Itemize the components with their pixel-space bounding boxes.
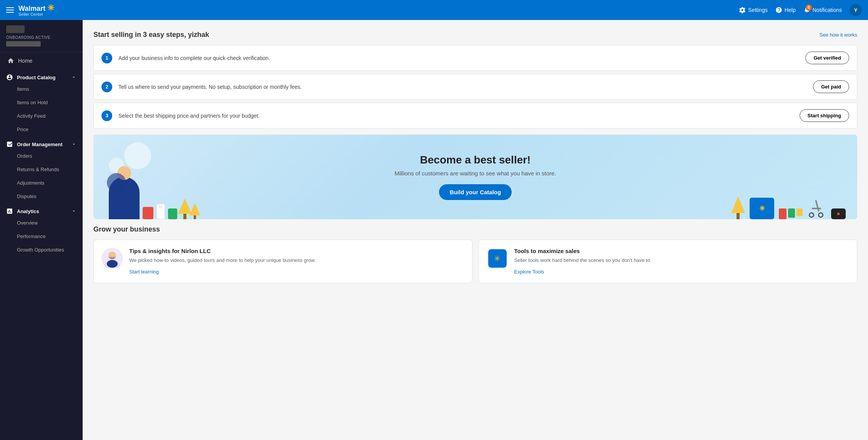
- sidebar-item-order-management[interactable]: Order Management: [0, 136, 83, 149]
- catalog-icon: [6, 74, 13, 81]
- sidebar-item-adjustments[interactable]: Adjustments: [0, 176, 83, 190]
- notifications-button[interactable]: 0 Notifications: [803, 6, 842, 14]
- logo-name: Walmart ✳: [18, 4, 54, 12]
- logo-subtitle: Seller Center: [18, 12, 54, 17]
- chevron-down-icon-orders: [71, 142, 76, 147]
- banner-left-illustration: [109, 177, 177, 219]
- help-button[interactable]: Help: [775, 7, 796, 13]
- user-section: ONBOARDING ACTIVE: [0, 20, 83, 52]
- banner-circle-1: [124, 142, 151, 169]
- logo-area: Walmart ✳ Seller Center: [18, 4, 54, 17]
- tools-card-icon: ✳: [487, 248, 508, 269]
- sidebar-item-price[interactable]: Price: [0, 123, 83, 136]
- sidebar-item-product-catalog[interactable]: Product Catalog: [0, 69, 83, 82]
- settings-label: Settings: [748, 7, 768, 13]
- tips-card-desc: We picked how-to videos, guided tours an…: [129, 257, 464, 264]
- scooter-wheel-front: [809, 212, 814, 218]
- grow-title: Grow your business: [93, 225, 857, 233]
- banner-title: Become a best seller!: [420, 154, 531, 166]
- start-learning-link[interactable]: Start learning: [129, 269, 159, 275]
- settings-button[interactable]: Settings: [739, 7, 768, 13]
- notification-count: 0: [806, 5, 812, 11]
- tips-card-content: Tips & insights for Nirlon LLC We picked…: [129, 248, 464, 275]
- sidebar-item-overview[interactable]: Overview: [0, 216, 83, 230]
- chevron-down-icon: [71, 75, 76, 80]
- product-box-1: [143, 207, 153, 219]
- gear-icon: [739, 7, 746, 13]
- product-bottle: [156, 204, 165, 219]
- step-3-card: 3 Select the best shipping price and par…: [93, 103, 857, 128]
- logo-walmart: Walmart: [18, 5, 45, 12]
- sidebar-item-performance[interactable]: Performance: [0, 230, 83, 243]
- tips-card-title: Tips & insights for Nirlon LLC: [129, 248, 464, 254]
- steps-title: Start selling in 3 easy steps, yizhak: [93, 31, 209, 39]
- spark-icon: ✳: [47, 3, 54, 13]
- step-3-number: 3: [101, 110, 112, 121]
- sidebar-item-orders[interactable]: Orders: [0, 149, 83, 163]
- tools-card-desc: Seller tools work hard behind the scenes…: [514, 257, 850, 264]
- orders-icon: [6, 141, 13, 148]
- sidebar-label-growth-opportunities: Growth Opportunities: [17, 247, 64, 253]
- sidebar-item-disputes[interactable]: Disputes: [0, 190, 83, 203]
- walmart-box-illustration: ✳: [750, 198, 774, 219]
- tips-card-icon: [101, 248, 123, 269]
- scooter-wheel-back: [818, 212, 823, 218]
- sidebar-item-items[interactable]: Items: [0, 82, 83, 96]
- prod-yellow: [796, 208, 803, 216]
- header-left: Walmart ✳ Seller Center: [6, 4, 54, 17]
- prod-red: [779, 208, 787, 219]
- sidebar-item-growth-opportunities[interactable]: Growth Opportunities: [0, 243, 83, 257]
- sidebar-label-price: Price: [17, 127, 28, 132]
- banner-subtitle: Millions of customers are waiting to see…: [394, 170, 556, 177]
- sidebar-label-product-catalog: Product Catalog: [17, 75, 55, 80]
- step-3-text: Select the best shipping price and partn…: [118, 113, 793, 119]
- sidebar-item-home[interactable]: Home: [0, 52, 83, 69]
- sidebar-label-overview: Overview: [17, 220, 38, 226]
- notifications-label: Notifications: [813, 7, 842, 13]
- step-2-text: Tell us where to send your payments. No …: [118, 84, 807, 90]
- see-how-link[interactable]: See how it works: [820, 32, 857, 38]
- grow-cards: Tips & insights for Nirlon LLC We picked…: [93, 240, 857, 283]
- app-header: Walmart ✳ Seller Center Settings Help 0 …: [0, 0, 868, 20]
- sidebar-label-analytics: Analytics: [17, 208, 39, 214]
- sidebar-label-home: Home: [18, 58, 32, 64]
- explore-tools-link[interactable]: Explore Tools: [514, 269, 544, 275]
- tools-maximize-card: ✳ Tools to maximize sales Seller tools w…: [479, 240, 858, 283]
- hamburger-menu[interactable]: [6, 7, 14, 13]
- svg-point-2: [107, 260, 118, 268]
- right-products: [779, 208, 803, 219]
- tools-card-content: Tools to maximize sales Seller tools wor…: [514, 248, 850, 275]
- tree-right: [731, 196, 745, 219]
- become-best-seller-banner: ✳: [93, 135, 857, 219]
- avatar[interactable]: Y: [850, 4, 862, 16]
- step-1-card: 1 Add your business info to complete our…: [93, 45, 857, 71]
- steps-header: Start selling in 3 easy steps, yizhak Se…: [93, 31, 857, 39]
- sidebar-item-items-on-hold[interactable]: Items on Hold: [0, 96, 83, 109]
- tree-2: [190, 203, 200, 219]
- main-layout: ONBOARDING ACTIVE Home Product Catalog I…: [0, 20, 868, 440]
- build-catalog-button[interactable]: Build your Catalog: [439, 184, 512, 200]
- gamepad-illustration: [831, 208, 846, 219]
- step-1-number: 1: [101, 53, 112, 63]
- help-icon: [775, 7, 782, 13]
- sidebar-label-disputes: Disputes: [17, 193, 37, 199]
- sidebar-label-order-management: Order Management: [17, 142, 62, 147]
- sidebar-item-activity-feed[interactable]: Activity Feed: [0, 109, 83, 123]
- user-avatar-placeholder: [6, 25, 25, 33]
- bottle-label: [159, 205, 163, 208]
- sidebar-item-returns-refunds[interactable]: Returns & Refunds: [0, 163, 83, 176]
- start-shipping-button[interactable]: Start shipping: [800, 109, 849, 122]
- product-group: [779, 208, 803, 219]
- person-figure: [109, 177, 140, 219]
- get-verified-button[interactable]: Get verified: [805, 52, 849, 64]
- sidebar-label-items-on-hold: Items on Hold: [17, 100, 48, 105]
- sidebar-item-analytics[interactable]: Analytics: [0, 203, 83, 216]
- chevron-down-icon-analytics: [71, 208, 76, 214]
- tools-card-title: Tools to maximize sales: [514, 248, 850, 254]
- help-label: Help: [785, 7, 796, 13]
- sidebar-label-items: Items: [17, 86, 29, 92]
- sidebar-label-orders: Orders: [17, 153, 32, 159]
- home-icon: [7, 57, 14, 64]
- sidebar: ONBOARDING ACTIVE Home Product Catalog I…: [0, 20, 83, 440]
- get-paid-button[interactable]: Get paid: [813, 80, 849, 93]
